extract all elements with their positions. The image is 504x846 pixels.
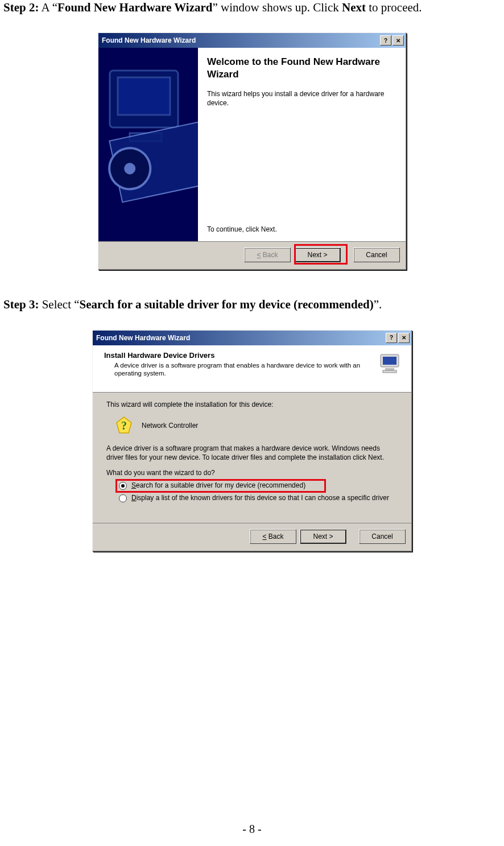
wizard-subheading-desc: A device driver is a software program th… xyxy=(114,361,374,378)
wizard-continue-text: To continue, click Next. xyxy=(207,225,277,233)
svg-rect-9 xyxy=(385,368,394,370)
step3-label: Step 3: xyxy=(3,298,39,311)
wizard-question: What do you want the wizard to do? xyxy=(106,469,398,478)
close-button[interactable]: ✕ xyxy=(393,35,404,46)
step2-label: Step 2: xyxy=(3,1,39,14)
wizard-welcome-window: Found New Hardware Wizard ? ✕ xyxy=(98,32,406,270)
help-button[interactable]: ? xyxy=(386,333,397,343)
titlebar: Found New Hardware Wizard ? ✕ xyxy=(93,331,411,345)
back-button[interactable]: < Back xyxy=(250,529,296,544)
svg-text:?: ? xyxy=(121,419,127,432)
wizard-line2: A device driver is a software program th… xyxy=(106,444,398,462)
wizard-welcome-panel: Welcome to the Found New Hardware Wizard… xyxy=(198,48,406,241)
wizard-footer: < Back Next > Cancel xyxy=(98,241,406,269)
wizard-side-graphic xyxy=(98,48,198,241)
wizard-subheading: Install Hardware Device Drivers xyxy=(104,351,374,360)
next-button[interactable]: Next > xyxy=(294,247,341,262)
radio-option-search[interactable]: Search for a suitable driver for my devi… xyxy=(119,481,398,490)
wizard-line1: This wizard will complete the installati… xyxy=(106,401,398,410)
question-icon: ? xyxy=(114,416,134,435)
cancel-button[interactable]: Cancel xyxy=(359,529,406,544)
device-icon xyxy=(378,351,403,376)
wizard-header-panel: Install Hardware Device Drivers A device… xyxy=(93,345,411,393)
next-button[interactable]: Next > xyxy=(300,529,346,544)
radio-icon xyxy=(119,494,127,502)
close-button[interactable]: ✕ xyxy=(398,333,410,343)
window-title: Found New Hardware Wizard xyxy=(102,36,196,44)
wizard-footer: < Back Next > Cancel xyxy=(93,523,411,551)
cancel-button[interactable]: Cancel xyxy=(353,247,400,262)
step3-instruction: Step 3: Select “Search for a suitable dr… xyxy=(3,297,501,312)
svg-rect-2 xyxy=(118,77,170,115)
wizard-install-window: Found New Hardware Wizard ? ✕ Install Ha… xyxy=(92,330,412,552)
svg-rect-8 xyxy=(383,357,396,365)
back-button: < Back xyxy=(244,247,291,262)
radio-label: Display a list of the known drivers for … xyxy=(131,494,389,503)
titlebar: Found New Hardware Wizard ? ✕ xyxy=(98,33,406,48)
wizard-body: This wizard will complete the installati… xyxy=(93,393,411,523)
help-button[interactable]: ? xyxy=(380,35,391,46)
page-number: - 8 - xyxy=(0,823,504,836)
svg-rect-10 xyxy=(383,370,396,373)
window-title: Found New Hardware Wizard xyxy=(96,334,190,342)
step2-instruction: Step 2: A “Found New Hardware Wizard” wi… xyxy=(3,0,501,15)
radio-option-display[interactable]: Display a list of the known drivers for … xyxy=(119,494,398,503)
wizard-heading: Welcome to the Found New Hardware Wizard xyxy=(207,56,395,80)
wizard-intro-text: This wizard helps you install a device d… xyxy=(207,89,395,108)
radio-icon xyxy=(119,482,127,490)
radio-label: Search for a suitable driver for my devi… xyxy=(131,481,305,490)
device-row: ? Network Controller xyxy=(114,416,398,435)
device-name: Network Controller xyxy=(142,422,198,430)
